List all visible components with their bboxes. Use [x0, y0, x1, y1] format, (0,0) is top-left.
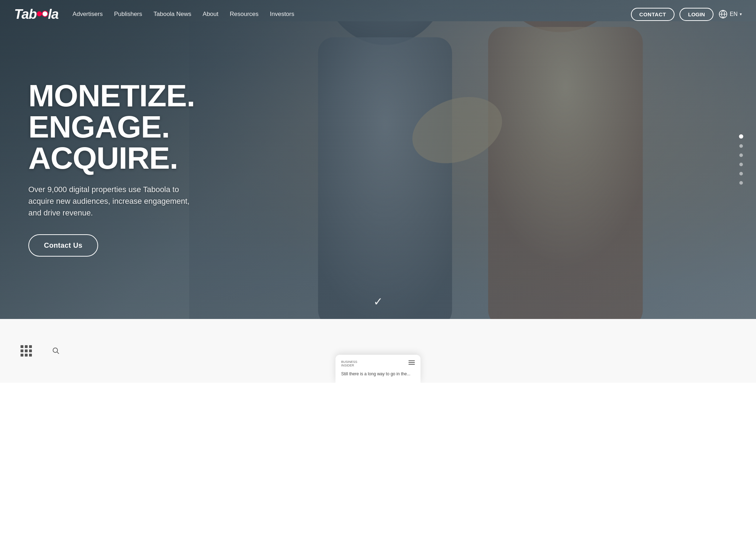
nav-advertisers[interactable]: Advertisers	[73, 11, 103, 18]
grid-dot	[29, 345, 32, 348]
grid-dot	[25, 354, 28, 357]
card-preview: BUSINESS INSIDER Still there is a long w…	[335, 355, 421, 383]
headline-line3: ACQUIRE.	[28, 140, 178, 175]
card-text: Still there is a long way to go in the..…	[341, 371, 415, 377]
contact-button[interactable]: CONTACT	[631, 8, 675, 21]
scroll-dot-3[interactable]	[739, 153, 743, 157]
scroll-dots	[739, 134, 743, 185]
grid-dot	[21, 354, 23, 357]
hline	[408, 362, 415, 363]
grid-icon	[21, 345, 32, 357]
navbar: Tabla Advertisers Publishers Taboola New…	[0, 0, 756, 28]
business-insider-logo: BUSINESS INSIDER	[341, 360, 357, 368]
hero-subtext: Over 9,000 digital properties use Tabool…	[28, 184, 198, 219]
nav-taboola-news[interactable]: Taboola News	[153, 11, 191, 18]
hline	[408, 364, 415, 365]
grid-dot	[29, 354, 32, 357]
search-button[interactable]	[49, 344, 62, 358]
headline-line2: ENGAGE.	[28, 109, 170, 144]
login-button[interactable]: LOGIN	[679, 8, 713, 21]
nav-publishers[interactable]: Publishers	[114, 11, 142, 18]
search-icon	[52, 347, 60, 354]
grid-view-button[interactable]	[18, 342, 35, 359]
bottom-section: BUSINESS INSIDER Still there is a long w…	[0, 319, 756, 383]
nav-resources[interactable]: Resources	[230, 11, 258, 18]
hero-headline: MONETIZE. ENGAGE. ACQUIRE.	[28, 80, 198, 174]
svg-line-11	[57, 352, 59, 354]
grid-dot	[21, 349, 23, 352]
logo-dot-o2	[43, 11, 47, 16]
grid-dot	[25, 349, 28, 352]
grid-dot	[25, 345, 28, 348]
logo[interactable]: Tabla	[14, 7, 58, 22]
scroll-dot-2[interactable]	[739, 144, 743, 148]
scroll-dot-4[interactable]	[739, 163, 743, 166]
hamburger-menu-icon[interactable]	[408, 360, 415, 365]
globe-icon	[718, 10, 728, 19]
language-selector[interactable]: EN ▾	[718, 10, 742, 19]
card-logo-row: BUSINESS INSIDER	[341, 360, 415, 368]
headline-line1: MONETIZE.	[28, 78, 195, 113]
hline	[408, 360, 415, 361]
chevron-down-icon: ▾	[740, 12, 742, 17]
logo-dot-o1	[37, 11, 42, 16]
nav-about[interactable]: About	[203, 11, 218, 18]
scroll-dot-5[interactable]	[739, 172, 743, 175]
grid-dot	[29, 349, 32, 352]
scroll-dot-1[interactable]	[739, 134, 743, 139]
hero-checkmark: ✓	[373, 295, 383, 308]
scroll-dot-6[interactable]	[739, 181, 743, 185]
hero-contact-us-button[interactable]: Contact Us	[28, 234, 98, 257]
logo-text: Tabla	[14, 7, 58, 22]
svg-point-10	[53, 348, 58, 352]
nav-actions: CONTACT LOGIN EN ▾	[631, 8, 742, 21]
hero-section: MONETIZE. ENGAGE. ACQUIRE. Over 9,000 di…	[0, 0, 756, 319]
lang-label: EN	[730, 11, 738, 17]
nav-links: Advertisers Publishers Taboola News Abou…	[73, 11, 631, 18]
hero-content: MONETIZE. ENGAGE. ACQUIRE. Over 9,000 di…	[28, 80, 198, 257]
nav-investors[interactable]: Investors	[270, 11, 294, 18]
grid-dot	[21, 345, 23, 348]
bi-logo-line2: INSIDER	[341, 364, 357, 368]
bottom-toolbar	[0, 319, 80, 383]
